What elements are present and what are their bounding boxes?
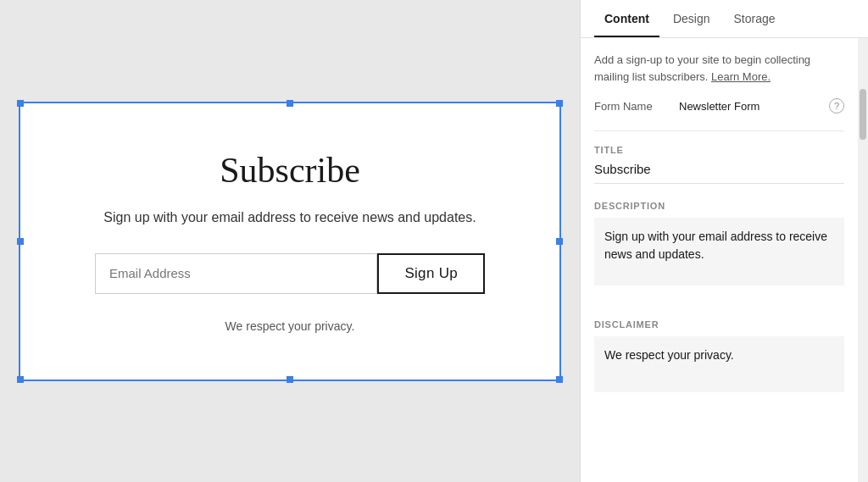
form-name-value: Newsletter Form <box>679 100 824 113</box>
widget-disclaimer: We respect your privacy. <box>225 319 355 333</box>
handle-bottom-middle[interactable] <box>287 376 293 383</box>
disclaimer-textarea[interactable] <box>594 336 844 392</box>
panel-intro-text: Add a sign-up to your site to begin coll… <box>594 52 844 85</box>
handle-bottom-left[interactable] <box>17 376 24 383</box>
widget-form: Sign Up <box>95 253 485 294</box>
signup-button[interactable]: Sign Up <box>377 253 485 294</box>
handle-top-middle[interactable] <box>287 100 293 107</box>
right-panel: Content Design Storage Add a sign-up to … <box>580 0 868 482</box>
widget-description: Sign up with your email address to recei… <box>103 208 476 228</box>
scrollbar-thumb[interactable] <box>860 89 866 140</box>
tab-content[interactable]: Content <box>594 0 659 37</box>
form-name-label: Form Name <box>594 100 679 113</box>
panel-scrollbar-container: Add a sign-up to your site to begin coll… <box>581 38 868 482</box>
canvas-area: Subscribe Sign up with your email addres… <box>0 0 580 482</box>
title-field-label: TITLE <box>594 145 844 155</box>
handle-middle-left[interactable] <box>17 238 24 245</box>
tab-storage[interactable]: Storage <box>723 0 785 37</box>
description-textarea[interactable] <box>594 218 844 285</box>
help-icon[interactable]: ? <box>829 98 844 114</box>
tab-design[interactable]: Design <box>663 0 721 37</box>
disclaimer-section: DISCLAIMER <box>594 319 844 409</box>
handle-top-left[interactable] <box>17 100 24 107</box>
handle-middle-right[interactable] <box>556 238 563 245</box>
title-field-value[interactable]: Subscribe <box>594 162 844 184</box>
handle-top-right[interactable] <box>556 100 563 107</box>
handle-bottom-right[interactable] <box>556 376 563 383</box>
widget-container[interactable]: Subscribe Sign up with your email addres… <box>19 102 561 381</box>
disclaimer-field-label: DISCLAIMER <box>594 319 844 330</box>
learn-more-link[interactable]: Learn More. <box>711 70 771 83</box>
widget-title: Subscribe <box>220 150 360 191</box>
description-field-label: DESCRIPTION <box>594 201 844 211</box>
email-input[interactable] <box>95 253 377 294</box>
form-name-row: Form Name Newsletter Form ? <box>594 98 844 114</box>
panel-content: Add a sign-up to your site to begin coll… <box>581 38 858 482</box>
scrollbar-track[interactable] <box>858 38 868 482</box>
title-section: TITLE Subscribe <box>594 145 844 184</box>
panel-tabs: Content Design Storage <box>581 0 868 38</box>
divider-1 <box>594 130 844 131</box>
description-section: DESCRIPTION <box>594 201 844 302</box>
